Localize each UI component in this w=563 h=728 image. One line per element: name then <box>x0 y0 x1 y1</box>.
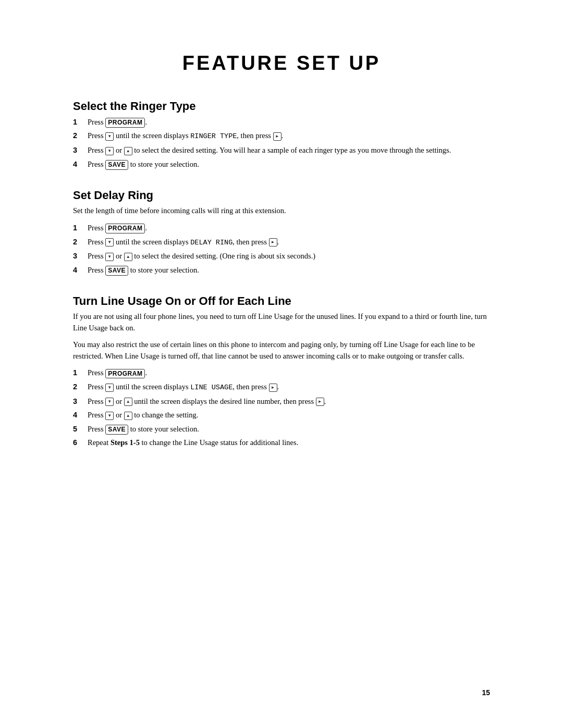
step-num: 4 <box>73 158 88 170</box>
section-heading-delay-ring: Set Delay Ring <box>73 189 490 202</box>
section-ringer-type: Select the Ringer Type 1 Press PROGRAM. … <box>73 100 490 170</box>
step-num: 6 <box>73 437 88 448</box>
steps-list-line-usage: 1 Press PROGRAM. 2 Press until the scree… <box>73 367 490 448</box>
step-4-line-usage: 4 Press or to change the setting. <box>73 409 490 421</box>
step-num: 1 <box>73 222 88 233</box>
step-1-delay: 1 Press PROGRAM. <box>73 222 490 233</box>
page: FEATURE SET UP Select the Ringer Type 1 … <box>0 0 563 728</box>
section-line-usage: Turn Line Usage On or Off for Each Line … <box>73 294 490 448</box>
save-key: SAVE <box>105 160 128 170</box>
step-num: 1 <box>73 367 88 378</box>
up-arrow-icon <box>124 253 132 261</box>
right-arrow-icon <box>269 384 277 392</box>
step-2-line-usage: 2 Press until the screen displays LINE U… <box>73 381 490 393</box>
step-content: Press or to change the setting. <box>88 409 490 421</box>
step-content: Press until the screen displays DELAY RI… <box>88 236 490 249</box>
step-1-ringer: 1 Press PROGRAM. <box>73 116 490 128</box>
up-arrow-icon <box>124 398 132 406</box>
down-arrow-icon <box>105 147 114 155</box>
right-arrow-icon <box>269 238 277 246</box>
down-arrow-icon <box>105 384 114 392</box>
step-content: Press PROGRAM. <box>88 222 490 233</box>
step-1-line-usage: 1 Press PROGRAM. <box>73 367 490 378</box>
step-content: Repeat Steps 1-5 to change the Line Usag… <box>88 437 490 448</box>
up-arrow-icon <box>124 147 132 155</box>
step-num: 5 <box>73 423 88 435</box>
steps-list-delay: 1 Press PROGRAM. 2 Press until the scree… <box>73 222 490 276</box>
right-arrow-icon <box>316 398 324 406</box>
page-number: 15 <box>482 688 490 697</box>
step-num: 2 <box>73 236 88 248</box>
section-desc-line-usage-1: If you are not using all four phone line… <box>73 311 490 334</box>
right-arrow-icon <box>273 132 282 141</box>
step-num: 4 <box>73 264 88 276</box>
step-content: Press or to select the desired setting. … <box>88 250 490 262</box>
down-arrow-icon <box>105 132 114 141</box>
section-heading-line-usage: Turn Line Usage On or Off for Each Line <box>73 294 490 308</box>
step-content: Press until the screen displays LINE USA… <box>88 381 490 393</box>
step-3-ringer: 3 Press or to select the desired setting… <box>73 144 490 156</box>
down-arrow-icon <box>105 412 114 420</box>
step-content: Press or until the screen displays the d… <box>88 396 490 407</box>
down-arrow-icon <box>105 253 114 261</box>
step-3-delay: 3 Press or to select the desired setting… <box>73 250 490 262</box>
section-delay-ring: Set Delay Ring Set the length of time be… <box>73 189 490 276</box>
step-content: Press PROGRAM. <box>88 116 490 128</box>
step-content: Press until the screen displays RINGER T… <box>88 130 490 142</box>
up-arrow-icon <box>124 412 132 420</box>
step-5-line-usage: 5 Press SAVE to store your selection. <box>73 423 490 435</box>
display-text: DELAY RING <box>190 239 232 246</box>
program-key: PROGRAM <box>105 369 145 379</box>
step-content: Press SAVE to store your selection. <box>88 158 490 170</box>
program-key: PROGRAM <box>105 224 145 233</box>
step-4-delay: 4 Press SAVE to store your selection. <box>73 264 490 276</box>
step-num: 1 <box>73 116 88 128</box>
save-key: SAVE <box>105 425 128 435</box>
step-content: Press SAVE to store your selection. <box>88 423 490 435</box>
step-2-delay: 2 Press until the screen displays DELAY … <box>73 236 490 249</box>
steps-bold: Steps 1-5 <box>111 438 140 447</box>
display-text: RINGER TYPE <box>190 132 237 140</box>
step-num: 3 <box>73 250 88 262</box>
step-content: Press PROGRAM. <box>88 367 490 378</box>
step-num: 4 <box>73 409 88 421</box>
step-4-ringer: 4 Press SAVE to store your selection. <box>73 158 490 170</box>
display-text: LINE USAGE <box>190 384 232 391</box>
step-num: 3 <box>73 144 88 156</box>
program-key: PROGRAM <box>105 118 145 128</box>
step-num: 2 <box>73 130 88 141</box>
step-6-line-usage: 6 Repeat Steps 1-5 to change the Line Us… <box>73 437 490 448</box>
section-desc-line-usage-2: You may also restrict the use of certain… <box>73 339 490 362</box>
step-content: Press or to select the desired setting. … <box>88 144 490 156</box>
step-2-ringer: 2 Press until the screen displays RINGER… <box>73 130 490 142</box>
save-key: SAVE <box>105 266 128 276</box>
section-heading-ringer-type: Select the Ringer Type <box>73 100 490 113</box>
down-arrow-icon <box>105 238 114 246</box>
step-content: Press SAVE to store your selection. <box>88 264 490 276</box>
down-arrow-icon <box>105 398 114 406</box>
step-num: 3 <box>73 396 88 407</box>
steps-list-ringer: 1 Press PROGRAM. 2 Press until the scree… <box>73 116 490 170</box>
step-num: 2 <box>73 381 88 392</box>
step-3-line-usage: 3 Press or until the screen displays the… <box>73 396 490 407</box>
section-desc-delay-ring: Set the length of time before incoming c… <box>73 205 490 217</box>
page-title: FEATURE SET UP <box>73 52 490 75</box>
